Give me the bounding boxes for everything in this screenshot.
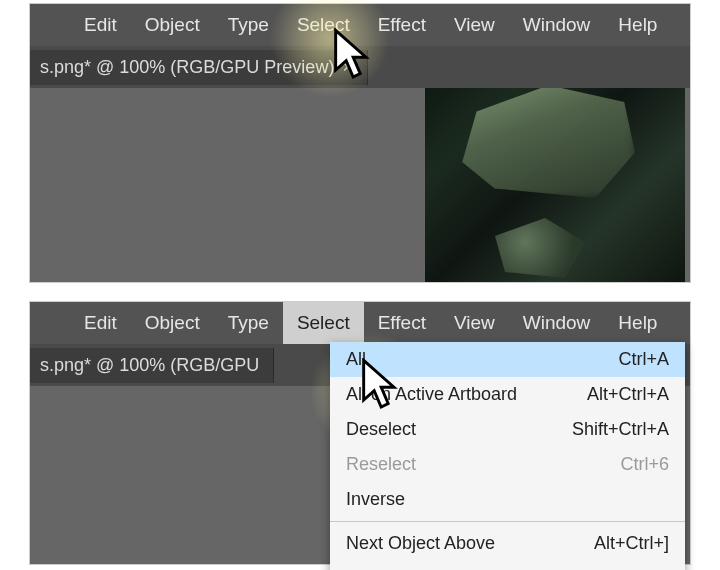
menu-window[interactable]: Window	[509, 4, 605, 46]
document-tab-label: s.png* @ 100% (RGB/GPU Preview)	[40, 57, 334, 78]
menu-item-label: Deselect	[346, 419, 416, 440]
menu-effect[interactable]: Effect	[364, 302, 440, 344]
menu-item-inverse[interactable]: Inverse	[330, 482, 685, 517]
menu-item-deselect[interactable]: Deselect Shift+Ctrl+A	[330, 412, 685, 447]
menu-item-label: Inverse	[346, 489, 405, 510]
menu-item-reselect: Reselect Ctrl+6	[330, 447, 685, 482]
menu-item-shortcut: Alt+Ctrl+]	[594, 533, 669, 554]
menu-view[interactable]: View	[440, 302, 509, 344]
menu-type[interactable]: Type	[214, 302, 283, 344]
close-icon[interactable]: ×	[342, 57, 353, 78]
menu-edit[interactable]: Edit	[70, 302, 131, 344]
panel-bottom: Edit Object Type Select Effect View Wind…	[30, 302, 690, 564]
menu-help[interactable]: Help	[604, 4, 671, 46]
menu-item-all-on-active-artboard[interactable]: All on Active Artboard Alt+Ctrl+A	[330, 377, 685, 412]
menu-item-shortcut: Alt+Ctrl+A	[587, 384, 669, 405]
tabbar-top: s.png* @ 100% (RGB/GPU Preview) ×	[30, 46, 690, 88]
menubar-bottom: Edit Object Type Select Effect View Wind…	[30, 302, 690, 344]
menu-item-next-object-below[interactable]: Next Object Below Alt+Ctrl+[	[330, 561, 685, 570]
menu-separator	[330, 521, 685, 522]
canvas-area-top	[30, 88, 690, 282]
menu-select[interactable]: Select	[283, 302, 364, 344]
menu-object[interactable]: Object	[131, 302, 214, 344]
menu-item-shortcut: Ctrl+6	[620, 454, 669, 475]
menu-item-label: All	[346, 349, 366, 370]
menu-type[interactable]: Type	[214, 4, 283, 46]
menu-item-all[interactable]: All Ctrl+A	[330, 342, 685, 377]
menu-edit[interactable]: Edit	[70, 4, 131, 46]
document-tab[interactable]: s.png* @ 100% (RGB/GPU Preview) ×	[30, 50, 368, 85]
image-preview	[425, 88, 685, 282]
select-menu-dropdown: All Ctrl+A All on Active Artboard Alt+Ct…	[330, 342, 685, 570]
document-tab-label: s.png* @ 100% (RGB/GPU	[40, 355, 259, 376]
document-tab[interactable]: s.png* @ 100% (RGB/GPU	[30, 348, 274, 383]
menu-item-label: Next Object Above	[346, 533, 495, 554]
panel-top: Edit Object Type Select Effect View Wind…	[30, 4, 690, 282]
menu-view[interactable]: View	[440, 4, 509, 46]
menubar-top: Edit Object Type Select Effect View Wind…	[30, 4, 690, 46]
menu-item-label: Reselect	[346, 454, 416, 475]
menu-item-label: All on Active Artboard	[346, 384, 517, 405]
menu-item-next-object-above[interactable]: Next Object Above Alt+Ctrl+]	[330, 526, 685, 561]
menu-effect[interactable]: Effect	[364, 4, 440, 46]
menu-window[interactable]: Window	[509, 302, 605, 344]
menu-item-shortcut: Ctrl+A	[618, 349, 669, 370]
menu-select[interactable]: Select	[283, 4, 364, 46]
menu-help[interactable]: Help	[604, 302, 671, 344]
menu-object[interactable]: Object	[131, 4, 214, 46]
menu-item-shortcut: Shift+Ctrl+A	[572, 419, 669, 440]
